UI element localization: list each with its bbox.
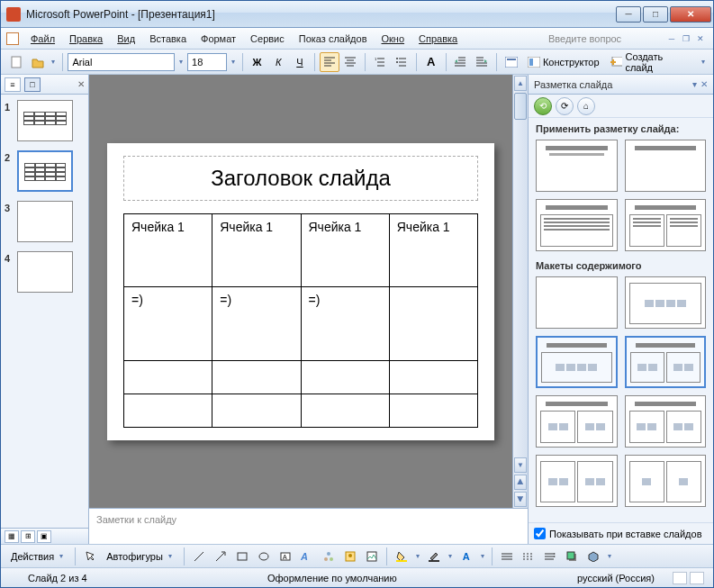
nav-forward-button[interactable]: ⟳ [556,97,574,115]
line-style-tool[interactable] [497,547,517,566]
line-color-dropdown-icon[interactable]: ▾ [446,552,455,560]
mdi-restore-button[interactable]: ❐ [679,32,693,45]
thumbnail-slide[interactable] [17,100,73,141]
thumbnail-item[interactable]: 1 [5,100,85,141]
help-search-box[interactable]: Введите вопрос [540,31,657,47]
layout-blank[interactable] [536,276,618,329]
thumbnail-slide[interactable] [17,150,73,192]
layout-item[interactable] [625,455,707,507]
3d-tool[interactable] [583,547,603,566]
layout-item[interactable] [536,455,618,507]
designer-button[interactable]: Конструктор [523,52,604,72]
new-button[interactable] [6,52,26,72]
close-panel-icon[interactable]: ✕ [77,79,85,89]
table-cell[interactable] [389,361,477,394]
bold-button[interactable]: Ж [248,52,267,72]
increase-indent-button[interactable] [472,52,492,72]
oval-tool[interactable] [254,547,274,566]
align-center-button[interactable] [341,52,361,72]
slides-tab[interactable]: □ [24,77,41,92]
menu-help[interactable]: Справка [412,31,464,47]
menu-file[interactable]: Файл [24,31,61,47]
select-tool[interactable] [80,547,100,566]
vertical-scrollbar[interactable]: ▲ ▼ ⯅ ⯆ [512,75,528,508]
notes-pane[interactable]: Заметки к слайду [89,508,528,544]
layout-title-only[interactable] [625,140,707,192]
slide[interactable]: Заголовок слайда Ячейка 1 Ячейка 1 Ячейк… [107,143,494,440]
layout-title-content[interactable] [536,199,618,251]
thumbnail-slide[interactable] [17,251,73,293]
menu-format[interactable]: Формат [194,31,242,47]
menu-tools[interactable]: Сервис [244,31,291,47]
status-icon[interactable] [673,572,687,584]
layout-title-slide[interactable] [536,140,618,192]
menu-insert[interactable]: Вставка [143,31,193,47]
drawbar-overflow-icon[interactable]: ▾ [605,552,614,560]
nav-home-button[interactable]: ⌂ [577,97,595,115]
taskpane-dropdown-icon[interactable]: ▾ [692,79,697,89]
status-icon[interactable] [690,572,704,584]
textbox-tool[interactable]: A [276,547,295,566]
table-cell[interactable] [301,361,389,394]
table-cell[interactable]: Ячейка 1 [301,213,389,287]
show-on-insert-checkbox[interactable] [534,528,546,539]
table-cell[interactable]: =) [301,287,389,361]
outline-tab[interactable]: ≡ [5,77,21,92]
font-color-dropdown-icon[interactable]: ▾ [478,552,487,560]
table-cell[interactable] [124,394,212,427]
rectangle-tool[interactable] [232,547,252,566]
scroll-thumb[interactable] [514,93,527,120]
table-cell[interactable]: Ячейка 1 [124,213,212,287]
layout-two-content[interactable] [625,199,707,251]
taskpane-close-icon[interactable]: ✕ [700,79,708,89]
layout-two-object[interactable] [625,336,707,388]
prev-slide-button[interactable]: ⯅ [514,475,527,490]
picture-tool[interactable] [362,547,382,566]
close-button[interactable]: ✕ [670,6,711,23]
normal-view-button[interactable]: ▦ [5,530,19,543]
mdi-minimize-button[interactable]: ─ [664,32,679,45]
menu-edit[interactable]: Правка [63,31,109,47]
wordart-tool[interactable]: A [297,547,317,566]
menu-view[interactable]: Вид [111,31,141,47]
table-cell[interactable] [389,394,477,427]
font-dropdown-icon[interactable]: ▾ [176,58,185,66]
table-cell[interactable] [212,361,301,394]
maximize-button[interactable]: □ [643,6,668,23]
font-grow-button[interactable]: A [421,52,441,72]
open-button[interactable] [28,52,48,72]
arrow-tool[interactable] [211,547,230,566]
dash-style-tool[interactable] [519,547,538,566]
fill-color-tool[interactable] [392,547,411,566]
menu-slideshow[interactable]: Показ слайдов [293,31,374,47]
font-size-selector[interactable]: 18 [187,53,227,71]
layout-four-object[interactable] [625,395,707,448]
layout-object-text[interactable] [536,395,618,448]
slide-title-text[interactable]: Заголовок слайда [211,166,391,191]
actions-menu[interactable]: Действия▾ [6,547,70,566]
thumbnail-slide[interactable] [17,201,73,242]
italic-button[interactable]: К [268,52,288,72]
autoshapes-menu[interactable]: Автофигуры▾ [102,547,179,566]
toolbar-overflow-icon[interactable]: ▾ [699,58,708,66]
toolbar-expand-icon[interactable]: ▾ [50,58,59,66]
size-dropdown-icon[interactable]: ▾ [229,58,238,66]
table-cell[interactable]: =) [124,287,212,361]
layout-title-object[interactable] [536,336,618,388]
scroll-down-button[interactable]: ▼ [514,457,527,473]
numbered-list-button[interactable]: 1 [370,52,390,72]
clipart-tool[interactable] [340,547,360,566]
slide-table[interactable]: Ячейка 1 Ячейка 1 Ячейка 1 Ячейка 1 =) =… [123,213,478,428]
diagram-tool[interactable] [319,547,339,566]
table-cell[interactable] [124,361,212,394]
line-color-tool[interactable] [424,547,444,566]
table-cell[interactable] [389,287,477,361]
fill-dropdown-icon[interactable]: ▾ [413,552,422,560]
arrow-style-tool[interactable] [540,547,560,566]
sorter-view-button[interactable]: ⊞ [21,530,35,543]
decrease-indent-button[interactable] [451,52,471,72]
minimize-button[interactable]: ─ [616,6,641,23]
table-cell[interactable] [301,394,389,427]
slide-title-placeholder[interactable]: Заголовок слайда [123,156,478,201]
new-slide-button[interactable]: Создать слайд [606,52,697,72]
